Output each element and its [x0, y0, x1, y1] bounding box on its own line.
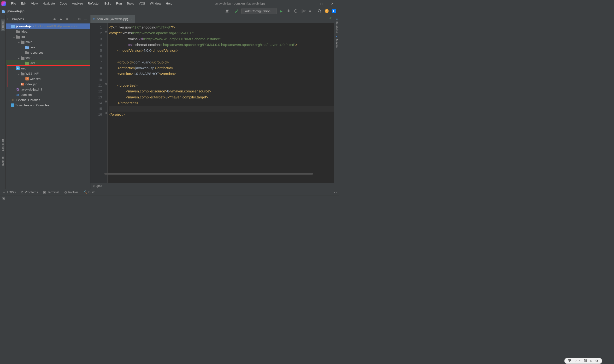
- window-title: javaweb-jsp - pom.xml (javaweb-jsp): [175, 2, 305, 5]
- editor-tabs: m pom.xml (javaweb-jsp) ×: [90, 15, 334, 23]
- stop-icon[interactable]: ■: [307, 8, 313, 14]
- nav-breadcrumb[interactable]: javaweb-jsp: [7, 9, 25, 13]
- left-tab-project[interactable]: Project: [1, 19, 5, 31]
- line-gutter: 1234 5678 9101112 13141516: [90, 23, 104, 183]
- tw-build[interactable]: 🔨Build: [84, 190, 96, 194]
- right-tab-maven[interactable]: m Maven: [335, 36, 338, 48]
- tab-pom[interactable]: m pom.xml (javaweb-jsp) ×: [90, 15, 135, 23]
- code-editor[interactable]: <?xml version="1.0" encoding="UTF-8"?> <…: [108, 23, 334, 183]
- iml-file-icon: ⧉: [16, 87, 20, 91]
- svg-line-8: [320, 12, 321, 13]
- project-view-icon: [7, 18, 9, 20]
- project-panel: Project ▾ ⊕ ≑ ⇞ | ⚙ — ⌄ javaweb-jspE:\So…: [6, 15, 90, 189]
- navigation-bar: javaweb-jsp + Add Configuration... ▶ ▾ ■…: [0, 7, 339, 15]
- collapse-all-icon[interactable]: ⇞: [64, 16, 70, 22]
- tree-java[interactable]: java: [6, 45, 90, 50]
- tree-resources[interactable]: resources: [6, 50, 90, 55]
- tree-java2[interactable]: java: [6, 60, 90, 66]
- settings-icon[interactable]: ⚙: [77, 16, 82, 22]
- left-tab-structure[interactable]: Structure: [1, 139, 5, 151]
- app-icon: [1, 1, 6, 6]
- right-tab-database[interactable]: ≡ Database: [335, 18, 338, 33]
- add-configuration-button[interactable]: Add Configuration...: [241, 8, 277, 14]
- tree-src[interactable]: ⌄src: [6, 34, 90, 39]
- tree-test[interactable]: ⌄test: [6, 55, 90, 60]
- menu-refactor[interactable]: Refactor: [85, 1, 102, 6]
- fold-gutter[interactable]: ⊟ ⊟ ⊟ ⊟: [104, 23, 108, 183]
- tw-problems[interactable]: ⊘Problems: [21, 190, 38, 194]
- maven-icon: m: [93, 17, 96, 21]
- menu-edit[interactable]: Edit: [18, 1, 28, 6]
- menu-navigate[interactable]: Navigate: [40, 1, 57, 6]
- profiler-run-icon[interactable]: ▾: [300, 8, 306, 14]
- left-tab-favorites[interactable]: Favorites: [1, 156, 5, 167]
- svg-point-0: [226, 10, 228, 11]
- tree-scratches[interactable]: Scratches and Consoles: [6, 103, 90, 108]
- svg-text:+: +: [228, 9, 229, 11]
- divider: |: [70, 16, 76, 22]
- right-tool-rail: ≡ Database m Maven: [334, 15, 339, 189]
- tree-iml[interactable]: ⧉javaweb-jsp.iml: [6, 87, 90, 92]
- tree-root[interactable]: ⌄ javaweb-jspE:\Software\IDEA\javaweb-js…: [6, 24, 90, 29]
- title-bar: File Edit View Navigate Code Analyze Ref…: [0, 0, 339, 7]
- maven-file-icon: m: [16, 93, 20, 96]
- menu-build[interactable]: Build: [102, 1, 114, 6]
- menu-view[interactable]: View: [28, 1, 40, 6]
- menu-tools[interactable]: Tools: [124, 1, 136, 6]
- jsp-file-icon: jsp: [21, 83, 24, 86]
- bottom-tool-bar: ≔TODO ⊘Problems ▣Terminal ◔Profiler 🔨Bui…: [0, 189, 339, 195]
- tab-close-icon[interactable]: ×: [130, 17, 132, 21]
- project-tree[interactable]: ⌄ javaweb-jspE:\Software\IDEA\javaweb-js…: [6, 23, 90, 189]
- maximize-button[interactable]: ▢: [316, 0, 327, 7]
- tab-label: pom.xml (javaweb-jsp): [97, 17, 128, 21]
- search-icon[interactable]: [316, 8, 323, 14]
- svg-point-7: [318, 10, 321, 12]
- tw-todo[interactable]: ≔TODO: [2, 190, 15, 194]
- update-icon[interactable]: ↑: [323, 8, 330, 14]
- project-folder-icon: [2, 9, 5, 13]
- menu-run[interactable]: Run: [114, 1, 124, 6]
- tw-profiler[interactable]: ◔Profiler: [64, 190, 78, 194]
- breadcrumb-bar[interactable]: project: [90, 183, 334, 189]
- minimize-button[interactable]: —: [305, 0, 316, 7]
- hide-icon[interactable]: —: [83, 16, 88, 22]
- expand-all-icon[interactable]: ≑: [58, 16, 63, 22]
- run-icon[interactable]: ▶: [278, 8, 285, 14]
- tree-idea[interactable]: ›.idea: [6, 29, 90, 34]
- locate-icon[interactable]: ⊕: [52, 16, 57, 22]
- menu-analyze[interactable]: Analyze: [70, 1, 85, 6]
- editor-area: m pom.xml (javaweb-jsp) × 1234 5678 9101…: [90, 15, 334, 189]
- event-log-icon[interactable]: ▭: [334, 190, 337, 194]
- menu-file[interactable]: File: [9, 1, 18, 6]
- tree-pom[interactable]: mpom.xml: [6, 92, 90, 97]
- ide-settings-icon[interactable]: [331, 8, 337, 14]
- project-view-dropdown[interactable]: Project ▾: [11, 17, 26, 21]
- scratches-icon: [11, 104, 14, 107]
- libraries-icon: ⫼: [11, 98, 15, 102]
- menu-window[interactable]: Window: [148, 1, 163, 6]
- tree-external-libs[interactable]: ›⫼External Libraries: [6, 97, 90, 103]
- menu-help[interactable]: Help: [163, 1, 175, 6]
- tool-window-toggle-icon[interactable]: ▣: [2, 197, 5, 200]
- status-bar: ▣ 英 ☽ •, 简 ☺ ⚙: [0, 195, 339, 201]
- menu-vcs[interactable]: VCS: [136, 1, 148, 6]
- inspection-ok-icon[interactable]: ✔: [329, 15, 332, 20]
- coverage-icon[interactable]: [292, 8, 299, 14]
- tree-main[interactable]: ⌄main: [6, 39, 90, 45]
- xml-file-icon: x: [26, 77, 29, 80]
- close-button[interactable]: ✕: [327, 0, 338, 7]
- tree-indexjsp[interactable]: jspindex.jsp: [6, 81, 90, 87]
- tree-webinf[interactable]: ⌄WEB-INF: [6, 71, 90, 76]
- horizontal-scrollbar[interactable]: [104, 173, 313, 175]
- left-tool-rail: Project Structure Favorites: [0, 15, 6, 189]
- menu-code[interactable]: Code: [57, 1, 70, 6]
- tw-terminal[interactable]: ▣Terminal: [43, 190, 59, 194]
- tree-webxml[interactable]: xweb.xml: [6, 76, 90, 81]
- svg-text:↑: ↑: [326, 9, 327, 13]
- tree-web[interactable]: ⌄◉web: [6, 66, 90, 71]
- debug-icon[interactable]: [285, 8, 292, 14]
- add-user-icon[interactable]: +: [224, 8, 231, 14]
- hammer-build-icon[interactable]: [233, 8, 240, 14]
- svg-point-2: [288, 10, 290, 12]
